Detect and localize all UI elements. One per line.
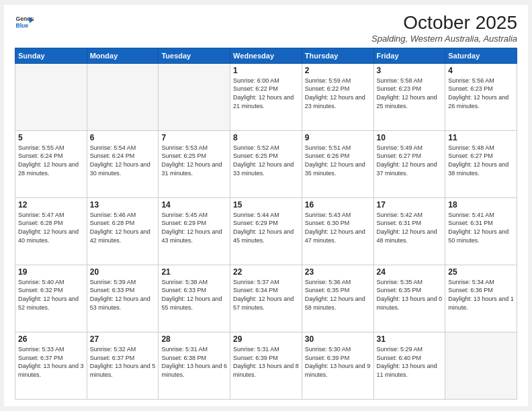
calendar-cell: 22Sunrise: 5:37 AM Sunset: 6:34 PM Dayli… [230, 265, 302, 332]
day-info: Sunrise: 5:33 AM Sunset: 6:37 PM Dayligh… [18, 345, 84, 379]
calendar-table: SundayMondayTuesdayWednesdayThursdayFrid… [15, 48, 517, 400]
day-number: 22 [233, 267, 299, 277]
day-number: 1 [233, 66, 299, 75]
calendar-cell [159, 63, 230, 130]
day-info: Sunrise: 5:43 AM Sunset: 6:30 PM Dayligh… [305, 211, 371, 244]
day-number: 8 [233, 133, 299, 142]
day-info: Sunrise: 5:40 AM Sunset: 6:32 PM Dayligh… [18, 278, 84, 312]
day-number: 27 [90, 334, 156, 344]
day-number: 21 [161, 267, 227, 277]
day-number: 17 [377, 200, 443, 210]
day-info: Sunrise: 5:53 AM Sunset: 6:25 PM Dayligh… [161, 144, 227, 177]
calendar-cell: 31Sunrise: 5:29 AM Sunset: 6:40 PM Dayli… [373, 332, 445, 399]
day-number: 15 [233, 200, 299, 210]
calendar-week-2: 5Sunrise: 5:55 AM Sunset: 6:24 PM Daylig… [15, 130, 517, 197]
calendar-cell: 7Sunrise: 5:53 AM Sunset: 6:25 PM Daylig… [159, 130, 230, 197]
day-number: 14 [161, 200, 227, 210]
day-info: Sunrise: 5:59 AM Sunset: 6:22 PM Dayligh… [305, 77, 371, 110]
day-info: Sunrise: 5:31 AM Sunset: 6:39 PM Dayligh… [233, 345, 299, 379]
calendar-cell: 18Sunrise: 5:41 AM Sunset: 6:31 PM Dayli… [445, 197, 517, 265]
day-number: 10 [377, 133, 443, 142]
calendar-cell: 26Sunrise: 5:33 AM Sunset: 6:37 PM Dayli… [15, 332, 87, 399]
day-info: Sunrise: 5:47 AM Sunset: 6:28 PM Dayligh… [18, 211, 84, 244]
day-info: Sunrise: 5:45 AM Sunset: 6:29 PM Dayligh… [161, 211, 227, 244]
calendar-cell [87, 63, 159, 130]
day-info: Sunrise: 5:44 AM Sunset: 6:29 PM Dayligh… [233, 211, 299, 244]
calendar-cell: 23Sunrise: 5:36 AM Sunset: 6:35 PM Dayli… [302, 265, 373, 332]
calendar-cell: 5Sunrise: 5:55 AM Sunset: 6:24 PM Daylig… [15, 130, 87, 197]
page: General Blue October 2025 Spalding, West… [4, 5, 528, 406]
day-info: Sunrise: 5:51 AM Sunset: 6:26 PM Dayligh… [305, 144, 371, 177]
calendar-cell: 4Sunrise: 5:56 AM Sunset: 6:23 PM Daylig… [445, 63, 517, 130]
calendar-cell: 30Sunrise: 5:30 AM Sunset: 6:39 PM Dayli… [302, 332, 373, 399]
calendar-header-thursday: Thursday [302, 48, 373, 63]
calendar-cell: 25Sunrise: 5:34 AM Sunset: 6:36 PM Dayli… [445, 265, 517, 332]
day-info: Sunrise: 5:29 AM Sunset: 6:40 PM Dayligh… [377, 345, 443, 379]
calendar-cell: 13Sunrise: 5:46 AM Sunset: 6:28 PM Dayli… [87, 197, 159, 265]
calendar-cell: 11Sunrise: 5:48 AM Sunset: 6:27 PM Dayli… [445, 130, 517, 197]
location: Spalding, Western Australia, Australia [371, 34, 517, 44]
day-info: Sunrise: 5:39 AM Sunset: 6:33 PM Dayligh… [90, 278, 156, 312]
day-info: Sunrise: 5:56 AM Sunset: 6:23 PM Dayligh… [448, 77, 514, 110]
day-info: Sunrise: 5:41 AM Sunset: 6:31 PM Dayligh… [448, 211, 514, 244]
day-number: 3 [377, 66, 443, 75]
day-number: 26 [18, 334, 84, 344]
day-number: 7 [161, 133, 227, 142]
calendar-cell: 28Sunrise: 5:31 AM Sunset: 6:38 PM Dayli… [159, 332, 230, 399]
day-number: 12 [18, 200, 84, 210]
calendar-week-1: 1Sunrise: 6:00 AM Sunset: 6:22 PM Daylig… [15, 63, 517, 130]
calendar-cell: 12Sunrise: 5:47 AM Sunset: 6:28 PM Dayli… [15, 197, 87, 265]
calendar-cell [445, 332, 517, 399]
day-info: Sunrise: 5:48 AM Sunset: 6:27 PM Dayligh… [448, 144, 514, 177]
day-number: 18 [448, 200, 514, 210]
calendar-header-wednesday: Wednesday [230, 48, 302, 63]
day-info: Sunrise: 5:49 AM Sunset: 6:27 PM Dayligh… [377, 144, 443, 177]
day-number: 2 [305, 66, 371, 75]
logo-icon: General Blue [15, 13, 34, 32]
calendar-cell: 15Sunrise: 5:44 AM Sunset: 6:29 PM Dayli… [230, 197, 302, 265]
calendar-cell: 6Sunrise: 5:54 AM Sunset: 6:24 PM Daylig… [87, 130, 159, 197]
day-number: 28 [161, 334, 227, 344]
calendar-cell: 19Sunrise: 5:40 AM Sunset: 6:32 PM Dayli… [15, 265, 87, 332]
svg-text:Blue: Blue [16, 22, 29, 29]
day-info: Sunrise: 6:00 AM Sunset: 6:22 PM Dayligh… [233, 77, 299, 110]
calendar-header-sunday: Sunday [15, 48, 87, 63]
calendar-cell: 21Sunrise: 5:38 AM Sunset: 6:33 PM Dayli… [159, 265, 230, 332]
calendar-cell: 16Sunrise: 5:43 AM Sunset: 6:30 PM Dayli… [302, 197, 373, 265]
calendar-week-3: 12Sunrise: 5:47 AM Sunset: 6:28 PM Dayli… [15, 197, 517, 265]
day-number: 30 [305, 334, 371, 344]
calendar-cell: 20Sunrise: 5:39 AM Sunset: 6:33 PM Dayli… [87, 265, 159, 332]
day-info: Sunrise: 5:31 AM Sunset: 6:38 PM Dayligh… [161, 345, 227, 379]
day-info: Sunrise: 5:46 AM Sunset: 6:28 PM Dayligh… [90, 211, 156, 244]
day-number: 5 [18, 133, 84, 142]
day-info: Sunrise: 5:32 AM Sunset: 6:37 PM Dayligh… [90, 345, 156, 379]
day-info: Sunrise: 5:52 AM Sunset: 6:25 PM Dayligh… [233, 144, 299, 177]
day-number: 9 [305, 133, 371, 142]
calendar-cell: 2Sunrise: 5:59 AM Sunset: 6:22 PM Daylig… [302, 63, 373, 130]
day-info: Sunrise: 5:38 AM Sunset: 6:33 PM Dayligh… [161, 278, 227, 312]
day-number: 13 [90, 200, 156, 210]
calendar-cell: 27Sunrise: 5:32 AM Sunset: 6:37 PM Dayli… [87, 332, 159, 399]
day-info: Sunrise: 5:54 AM Sunset: 6:24 PM Dayligh… [90, 144, 156, 177]
logo: General Blue [15, 13, 34, 32]
calendar-cell: 17Sunrise: 5:42 AM Sunset: 6:31 PM Dayli… [373, 197, 445, 265]
calendar-cell: 8Sunrise: 5:52 AM Sunset: 6:25 PM Daylig… [230, 130, 302, 197]
day-info: Sunrise: 5:35 AM Sunset: 6:35 PM Dayligh… [377, 278, 443, 312]
day-info: Sunrise: 5:30 AM Sunset: 6:39 PM Dayligh… [305, 345, 371, 379]
day-number: 31 [377, 334, 443, 344]
day-number: 23 [305, 267, 371, 277]
calendar-week-4: 19Sunrise: 5:40 AM Sunset: 6:32 PM Dayli… [15, 265, 517, 332]
day-number: 24 [377, 267, 443, 277]
calendar-cell: 10Sunrise: 5:49 AM Sunset: 6:27 PM Dayli… [373, 130, 445, 197]
calendar-cell: 1Sunrise: 6:00 AM Sunset: 6:22 PM Daylig… [230, 63, 302, 130]
title-block: October 2025 Spalding, Western Australia… [371, 13, 517, 44]
header: General Blue October 2025 Spalding, West… [15, 13, 517, 44]
day-info: Sunrise: 5:55 AM Sunset: 6:24 PM Dayligh… [18, 144, 84, 177]
day-info: Sunrise: 5:37 AM Sunset: 6:34 PM Dayligh… [233, 278, 299, 312]
day-number: 6 [90, 133, 156, 142]
calendar-header-saturday: Saturday [445, 48, 517, 63]
month-title: October 2025 [371, 13, 517, 34]
day-number: 4 [448, 66, 514, 75]
calendar-cell: 3Sunrise: 5:58 AM Sunset: 6:23 PM Daylig… [373, 63, 445, 130]
day-number: 25 [448, 267, 514, 277]
